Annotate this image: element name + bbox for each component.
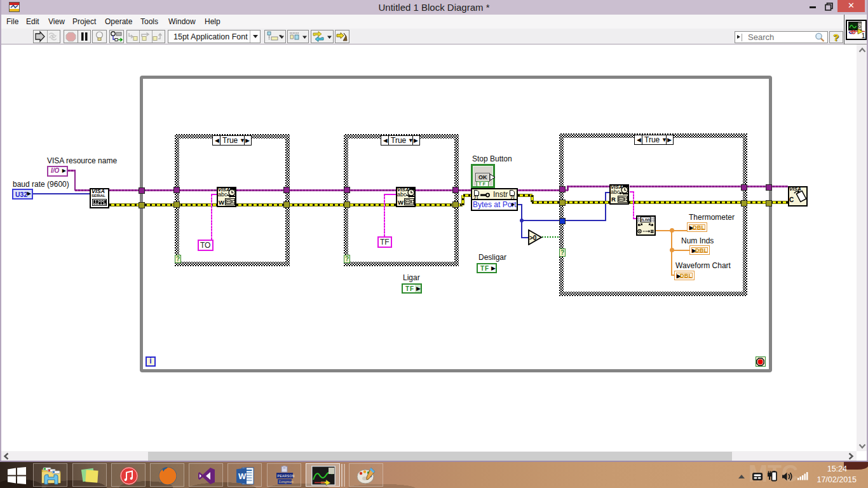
svg-text:Longman: Longman bbox=[278, 480, 294, 484]
svg-text:W: W bbox=[238, 471, 247, 481]
svg-text:1: 1 bbox=[862, 32, 865, 39]
svg-text:>0: >0 bbox=[529, 234, 537, 241]
svg-text:PEARSON: PEARSON bbox=[278, 474, 295, 478]
